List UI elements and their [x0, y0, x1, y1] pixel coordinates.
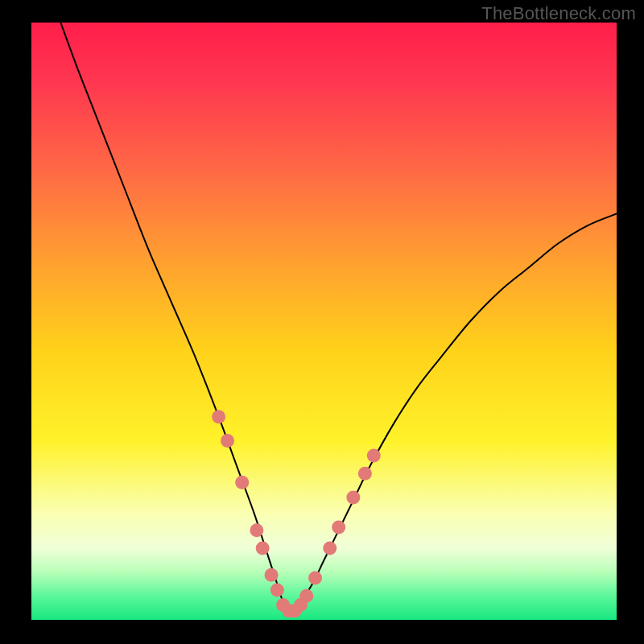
sample-point — [212, 410, 225, 423]
sample-point — [308, 572, 322, 585]
sample-point — [323, 541, 336, 555]
watermark-text: TheBottleneck.com — [481, 3, 636, 24]
plot-background — [31, 23, 617, 620]
sample-point — [256, 541, 270, 555]
sample-point — [235, 476, 249, 489]
sample-point — [250, 523, 263, 537]
sample-point — [358, 467, 372, 481]
sample-point — [265, 568, 279, 582]
sample-point — [367, 448, 381, 462]
chart-svg — [0, 0, 644, 644]
chart-container: TheBottleneck.com — [0, 0, 644, 644]
sample-point — [346, 490, 360, 504]
sample-point — [332, 520, 345, 534]
sample-point — [221, 434, 234, 448]
sample-point — [270, 583, 284, 597]
sample-point — [299, 589, 313, 603]
